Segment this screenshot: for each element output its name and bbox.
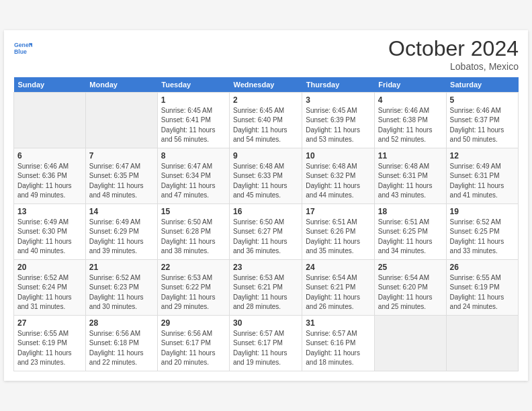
calendar-day-cell: 8Sunrise: 6:47 AMSunset: 6:34 PMDaylight… bbox=[157, 148, 229, 203]
day-info: Sunrise: 6:51 AMSunset: 6:26 PMDaylight:… bbox=[306, 218, 371, 257]
calendar-day-cell: 15Sunrise: 6:50 AMSunset: 6:28 PMDayligh… bbox=[157, 203, 229, 259]
logo-icon: General Blue bbox=[13, 40, 32, 58]
month-title: October 2024 bbox=[388, 37, 519, 60]
calendar-day-cell: 1Sunrise: 6:45 AMSunset: 6:41 PMDaylight… bbox=[157, 92, 229, 148]
day-info: Sunrise: 6:49 AMSunset: 6:30 PMDaylight:… bbox=[17, 218, 82, 257]
calendar-day-cell: 26Sunrise: 6:55 AMSunset: 6:19 PMDayligh… bbox=[446, 259, 518, 315]
calendar-week-row: 13Sunrise: 6:49 AMSunset: 6:30 PMDayligh… bbox=[14, 203, 519, 259]
weekday-header-cell: Wednesday bbox=[229, 77, 302, 93]
day-number: 10 bbox=[306, 151, 371, 161]
day-number: 1 bbox=[161, 95, 226, 105]
calendar-day-cell: 27Sunrise: 6:55 AMSunset: 6:19 PMDayligh… bbox=[14, 315, 86, 371]
day-info: Sunrise: 6:54 AMSunset: 6:21 PMDaylight:… bbox=[306, 273, 371, 312]
calendar-day-cell bbox=[374, 315, 446, 371]
calendar-day-cell: 22Sunrise: 6:53 AMSunset: 6:22 PMDayligh… bbox=[157, 259, 229, 315]
day-number: 23 bbox=[233, 263, 298, 272]
calendar-day-cell: 7Sunrise: 6:47 AMSunset: 6:35 PMDaylight… bbox=[85, 148, 157, 203]
weekday-header-cell: Thursday bbox=[302, 77, 375, 93]
calendar-day-cell: 6Sunrise: 6:46 AMSunset: 6:36 PMDaylight… bbox=[14, 148, 86, 203]
day-number: 19 bbox=[450, 207, 515, 216]
weekday-header-cell: Tuesday bbox=[157, 77, 229, 93]
day-number: 15 bbox=[161, 207, 226, 216]
day-info: Sunrise: 6:48 AMSunset: 6:31 PMDaylight:… bbox=[378, 162, 443, 201]
calendar-day-cell: 12Sunrise: 6:49 AMSunset: 6:31 PMDayligh… bbox=[446, 148, 518, 203]
day-number: 20 bbox=[17, 263, 82, 272]
day-number: 9 bbox=[233, 151, 298, 161]
day-number: 16 bbox=[233, 207, 298, 216]
title-block: October 2024 Lobatos, Mexico bbox=[388, 37, 519, 71]
calendar-week-row: 6Sunrise: 6:46 AMSunset: 6:36 PMDaylight… bbox=[14, 148, 519, 203]
day-info: Sunrise: 6:54 AMSunset: 6:20 PMDaylight:… bbox=[378, 273, 443, 312]
calendar-day-cell bbox=[446, 315, 518, 371]
day-number: 21 bbox=[89, 263, 154, 272]
day-info: Sunrise: 6:46 AMSunset: 6:37 PMDaylight:… bbox=[450, 106, 515, 145]
day-info: Sunrise: 6:48 AMSunset: 6:33 PMDaylight:… bbox=[233, 162, 298, 201]
day-number: 24 bbox=[306, 263, 371, 272]
day-info: Sunrise: 6:53 AMSunset: 6:22 PMDaylight:… bbox=[161, 273, 226, 312]
day-info: Sunrise: 6:55 AMSunset: 6:19 PMDaylight:… bbox=[17, 329, 82, 368]
weekday-header-cell: Monday bbox=[85, 77, 157, 93]
svg-text:General: General bbox=[14, 42, 32, 49]
day-info: Sunrise: 6:47 AMSunset: 6:35 PMDaylight:… bbox=[89, 162, 154, 201]
day-number: 4 bbox=[378, 95, 443, 105]
weekday-header-cell: Sunday bbox=[14, 77, 86, 93]
day-info: Sunrise: 6:57 AMSunset: 6:17 PMDaylight:… bbox=[233, 329, 298, 368]
day-number: 13 bbox=[17, 207, 82, 216]
calendar-day-cell: 11Sunrise: 6:48 AMSunset: 6:31 PMDayligh… bbox=[374, 148, 446, 203]
day-number: 22 bbox=[161, 263, 226, 272]
day-number: 5 bbox=[450, 95, 515, 105]
calendar-day-cell: 16Sunrise: 6:50 AMSunset: 6:27 PMDayligh… bbox=[229, 203, 302, 259]
weekday-header-row: SundayMondayTuesdayWednesdayThursdayFrid… bbox=[14, 77, 519, 93]
day-info: Sunrise: 6:45 AMSunset: 6:41 PMDaylight:… bbox=[161, 106, 226, 145]
day-info: Sunrise: 6:50 AMSunset: 6:27 PMDaylight:… bbox=[233, 218, 298, 257]
day-info: Sunrise: 6:52 AMSunset: 6:24 PMDaylight:… bbox=[17, 273, 82, 312]
day-number: 2 bbox=[233, 95, 298, 105]
calendar-day-cell: 19Sunrise: 6:52 AMSunset: 6:25 PMDayligh… bbox=[446, 203, 518, 259]
calendar-week-row: 27Sunrise: 6:55 AMSunset: 6:19 PMDayligh… bbox=[14, 315, 519, 371]
calendar-day-cell: 2Sunrise: 6:45 AMSunset: 6:40 PMDaylight… bbox=[229, 92, 302, 148]
calendar-day-cell: 9Sunrise: 6:48 AMSunset: 6:33 PMDaylight… bbox=[229, 148, 302, 203]
calendar-day-cell: 5Sunrise: 6:46 AMSunset: 6:37 PMDaylight… bbox=[446, 92, 518, 148]
day-info: Sunrise: 6:45 AMSunset: 6:40 PMDaylight:… bbox=[233, 106, 298, 145]
weekday-header-cell: Saturday bbox=[446, 77, 518, 93]
day-number: 29 bbox=[161, 318, 226, 328]
day-info: Sunrise: 6:55 AMSunset: 6:19 PMDaylight:… bbox=[450, 273, 515, 312]
calendar-day-cell: 24Sunrise: 6:54 AMSunset: 6:21 PMDayligh… bbox=[302, 259, 375, 315]
day-number: 6 bbox=[17, 151, 82, 161]
calendar-day-cell: 31Sunrise: 6:57 AMSunset: 6:16 PMDayligh… bbox=[302, 315, 375, 371]
day-number: 26 bbox=[450, 263, 515, 272]
day-number: 28 bbox=[89, 318, 154, 328]
day-info: Sunrise: 6:52 AMSunset: 6:25 PMDaylight:… bbox=[450, 218, 515, 257]
calendar-day-cell: 10Sunrise: 6:48 AMSunset: 6:32 PMDayligh… bbox=[302, 148, 375, 203]
calendar-day-cell bbox=[14, 92, 86, 148]
weekday-header-cell: Friday bbox=[374, 77, 446, 93]
calendar-week-row: 1Sunrise: 6:45 AMSunset: 6:41 PMDaylight… bbox=[14, 92, 519, 148]
day-info: Sunrise: 6:48 AMSunset: 6:32 PMDaylight:… bbox=[306, 162, 371, 201]
calendar-day-cell: 4Sunrise: 6:46 AMSunset: 6:38 PMDaylight… bbox=[374, 92, 446, 148]
day-number: 17 bbox=[306, 207, 371, 216]
calendar-day-cell: 14Sunrise: 6:49 AMSunset: 6:29 PMDayligh… bbox=[85, 203, 157, 259]
logo: General Blue bbox=[13, 40, 32, 58]
calendar-day-cell: 20Sunrise: 6:52 AMSunset: 6:24 PMDayligh… bbox=[14, 259, 86, 315]
day-info: Sunrise: 6:51 AMSunset: 6:25 PMDaylight:… bbox=[378, 218, 443, 257]
day-number: 11 bbox=[378, 151, 443, 161]
day-info: Sunrise: 6:45 AMSunset: 6:39 PMDaylight:… bbox=[306, 106, 371, 145]
day-info: Sunrise: 6:56 AMSunset: 6:18 PMDaylight:… bbox=[89, 329, 154, 368]
calendar-day-cell: 13Sunrise: 6:49 AMSunset: 6:30 PMDayligh… bbox=[14, 203, 86, 259]
day-info: Sunrise: 6:50 AMSunset: 6:28 PMDaylight:… bbox=[161, 218, 226, 257]
day-info: Sunrise: 6:53 AMSunset: 6:21 PMDaylight:… bbox=[233, 273, 298, 312]
calendar-week-row: 20Sunrise: 6:52 AMSunset: 6:24 PMDayligh… bbox=[14, 259, 519, 315]
calendar-table: SundayMondayTuesdayWednesdayThursdayFrid… bbox=[13, 77, 519, 371]
day-number: 30 bbox=[233, 318, 298, 328]
day-info: Sunrise: 6:57 AMSunset: 6:16 PMDaylight:… bbox=[306, 329, 371, 368]
calendar-day-cell: 29Sunrise: 6:56 AMSunset: 6:17 PMDayligh… bbox=[157, 315, 229, 371]
calendar-day-cell: 28Sunrise: 6:56 AMSunset: 6:18 PMDayligh… bbox=[85, 315, 157, 371]
day-number: 14 bbox=[89, 207, 154, 216]
calendar-body: 1Sunrise: 6:45 AMSunset: 6:41 PMDaylight… bbox=[14, 92, 519, 371]
day-number: 27 bbox=[17, 318, 82, 328]
day-number: 7 bbox=[89, 151, 154, 161]
day-info: Sunrise: 6:56 AMSunset: 6:17 PMDaylight:… bbox=[161, 329, 226, 368]
svg-text:Blue: Blue bbox=[14, 48, 27, 55]
calendar-day-cell: 21Sunrise: 6:52 AMSunset: 6:23 PMDayligh… bbox=[85, 259, 157, 315]
calendar-day-cell: 23Sunrise: 6:53 AMSunset: 6:21 PMDayligh… bbox=[229, 259, 302, 315]
